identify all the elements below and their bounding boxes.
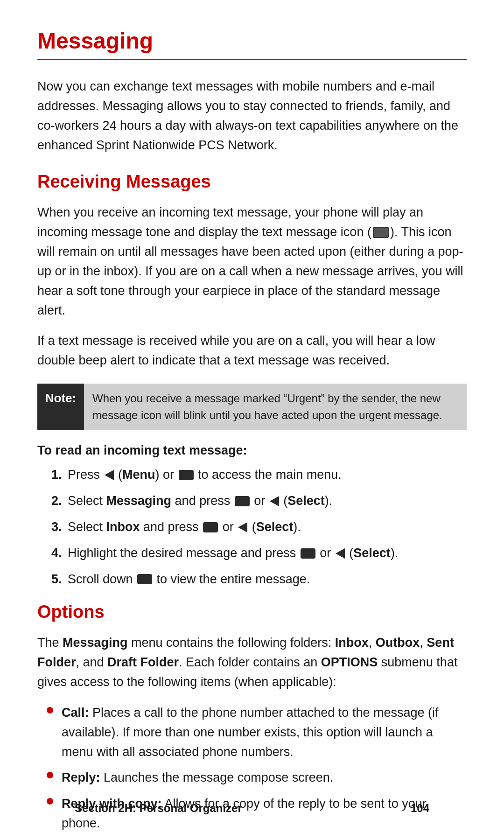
receiving-para-2: If a text message is received while you … — [37, 331, 467, 371]
menu-arrow-button-3 — [238, 522, 247, 532]
circle-button-1 — [179, 470, 194, 480]
step-4: 4. Highlight the desired message and pre… — [51, 544, 467, 563]
message-icon — [373, 227, 389, 238]
title-divider — [37, 59, 467, 60]
note-label: Note: — [37, 384, 84, 430]
options-intro: The Messaging menu contains the followin… — [37, 633, 467, 692]
intro-paragraph: Now you can exchange text messages with … — [37, 77, 467, 155]
step-1: 1. Press (Menu) or to access the main me… — [51, 465, 467, 485]
menu-arrow-button-1 — [105, 470, 114, 480]
step-4-content: Highlight the desired message and press … — [68, 544, 467, 563]
option-call-text: Call: Places a call to the phone number … — [62, 703, 467, 762]
circle-button-5 — [137, 574, 152, 584]
bullet-dot-call — [47, 707, 53, 714]
step-5: 5. Scroll down to view the entire messag… — [51, 570, 467, 589]
option-call: Call: Places a call to the phone number … — [47, 703, 467, 762]
step-3-num: 3. — [51, 518, 68, 537]
note-box: Note: When you receive a message marked … — [37, 384, 467, 430]
page-footer: Section 2H: Personal Organizer 104 — [75, 795, 429, 815]
circle-button-2a — [235, 496, 250, 506]
step-2: 2. Select Messaging and press or (Select… — [51, 491, 467, 511]
instruction-heading: To read an incoming text message: — [37, 443, 467, 458]
menu-arrow-button-4 — [336, 548, 345, 559]
step-2-content: Select Messaging and press or (Select). — [68, 491, 467, 511]
step-3-content: Select Inbox and press or (Select). — [68, 518, 467, 537]
step-1-content: Press (Menu) or to access the main menu. — [68, 465, 467, 485]
option-reply-text: Reply: Launches the message compose scre… — [62, 768, 467, 788]
menu-arrow-button-2 — [270, 496, 279, 506]
note-content: When you receive a message marked “Urgen… — [84, 384, 467, 430]
step-5-content: Scroll down to view the entire message. — [68, 570, 467, 589]
step-2-num: 2. — [51, 491, 68, 511]
option-reply: Reply: Launches the message compose scre… — [47, 768, 467, 788]
receiving-para-1: When you receive an incoming text messag… — [37, 203, 467, 320]
step-4-num: 4. — [51, 544, 68, 563]
section-heading-receiving: Receiving Messages — [37, 172, 467, 192]
step-3: 3. Select Inbox and press or (Select). — [51, 518, 467, 537]
section-heading-options: Options — [37, 602, 467, 622]
circle-button-3a — [203, 522, 218, 532]
bullet-dot-reply — [47, 772, 53, 778]
footer-left: Section 2H: Personal Organizer — [75, 802, 242, 815]
bullet-dot-reply-copy — [47, 798, 53, 805]
circle-button-4a — [301, 548, 315, 559]
footer-right: 104 — [411, 802, 429, 815]
step-5-num: 5. — [51, 570, 68, 589]
steps-list: 1. Press (Menu) or to access the main me… — [37, 465, 467, 589]
page-title: Messaging — [37, 28, 467, 54]
step-1-num: 1. — [51, 465, 68, 485]
